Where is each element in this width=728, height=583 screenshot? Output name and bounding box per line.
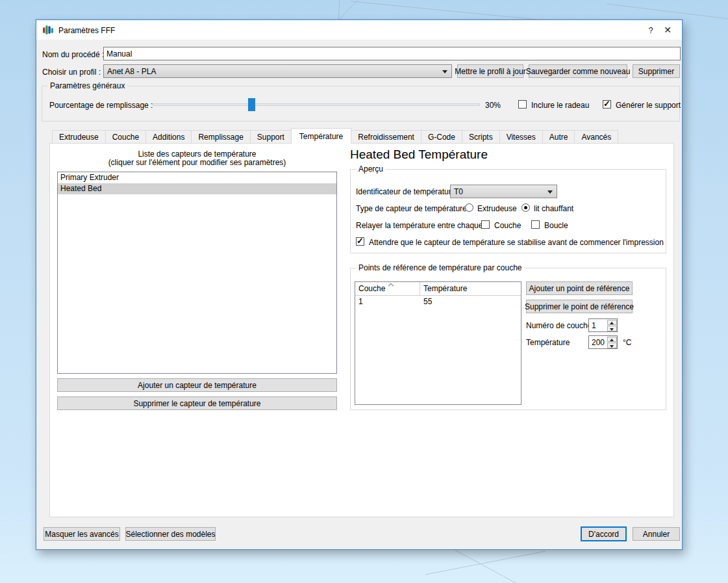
- relay-label: Relayer la température entre chaque :: [356, 221, 487, 230]
- add-setpoint-button[interactable]: Ajouter un point de référence: [526, 281, 633, 295]
- setpoint-table: Couche Température 1 55: [355, 281, 521, 405]
- setpoints-group-title: Points de référence de température par c…: [356, 263, 524, 272]
- sensor-type-label: Type de capteur de température :: [356, 204, 471, 213]
- window-title: Paramètres FFF: [58, 26, 115, 35]
- process-name-input[interactable]: [103, 47, 681, 60]
- temperature-label: Température: [526, 338, 570, 347]
- overview-group: Aperçu Identificateur de température T0 …: [350, 169, 666, 253]
- wait-stabilize-label: Attendre que le capteur de température s…: [369, 238, 664, 247]
- layer-number-spinner[interactable]: 1: [588, 318, 618, 332]
- spin-down-icon[interactable]: [607, 326, 617, 331]
- sort-ascending-icon: [389, 283, 394, 287]
- list-item-heated-bed[interactable]: Heated Bed: [58, 183, 336, 194]
- identifier-combobox[interactable]: T0: [450, 185, 557, 198]
- generate-support-label: Générer le support: [616, 101, 681, 110]
- type-heated-bed-label: lit chauffant: [534, 204, 573, 213]
- ok-button[interactable]: D'accord: [581, 526, 627, 541]
- chevron-down-icon: [547, 190, 553, 194]
- relay-loop-label: Boucle: [544, 221, 568, 230]
- include-raft-label: Inclure le radeau: [531, 101, 589, 110]
- general-settings-group: Paramètres généraux Pourcentage de rempl…: [42, 86, 680, 122]
- profile-combobox[interactable]: Anet A8 - PLA: [103, 64, 452, 78]
- spin-up-icon[interactable]: [607, 337, 617, 343]
- hide-advanced-button[interactable]: Masquer les avancés: [44, 527, 120, 541]
- column-header-layer[interactable]: Couche: [355, 282, 420, 295]
- identifier-label: Identificateur de température: [356, 187, 455, 196]
- tab-refroidissement[interactable]: Refroidissement: [351, 130, 421, 144]
- process-name-label: Nom du procédé :: [42, 50, 104, 59]
- relay-layer-label: Couche: [494, 221, 521, 230]
- type-extruder-label: Extrudeuse: [477, 204, 517, 213]
- tab-additions[interactable]: Additions: [145, 130, 192, 144]
- select-models-button[interactable]: Sélectionner des modèles: [125, 527, 216, 541]
- chevron-down-icon: [442, 70, 447, 73]
- column-header-layer-label: Couche: [358, 284, 385, 293]
- tab-extrudeuse[interactable]: Extrudeuse: [52, 130, 106, 144]
- sensor-list-title: Liste des capteurs de température: [57, 149, 337, 159]
- settings-tabbar: Extrudeuse Couche Additions Remplissage …: [52, 128, 618, 144]
- tab-couche[interactable]: Couche: [105, 130, 146, 144]
- temperature-value: 200: [592, 338, 605, 347]
- spin-up-icon[interactable]: [607, 320, 617, 326]
- temperature-unit: °C: [623, 338, 631, 347]
- delete-profile-button[interactable]: Supprimer: [633, 64, 680, 78]
- temperature-tab-page: Liste des capteurs de température (cliqu…: [49, 143, 674, 517]
- tab-vitesses[interactable]: Vitesses: [499, 130, 543, 144]
- column-header-temperature[interactable]: Température: [420, 282, 521, 295]
- tab-remplissage[interactable]: Remplissage: [191, 130, 250, 144]
- infill-slider-track[interactable]: [153, 103, 480, 106]
- overview-group-title: Aperçu: [356, 164, 386, 174]
- close-icon[interactable]: ✕: [655, 20, 681, 40]
- type-extruder-radio[interactable]: [465, 203, 473, 212]
- layer-number-label: Numéro de couche: [526, 321, 592, 330]
- infill-slider-handle[interactable]: [248, 98, 255, 111]
- column-header-temperature-label: Température: [423, 284, 467, 293]
- table-row[interactable]: 1 55: [355, 296, 521, 307]
- relay-layer-checkbox[interactable]: [481, 220, 490, 229]
- generate-support-checkbox[interactable]: [603, 100, 611, 109]
- type-heated-bed-radio[interactable]: [521, 203, 530, 212]
- tab-temperature[interactable]: Température: [291, 128, 351, 144]
- save-as-new-button[interactable]: Sauvegarder comme nouveau: [529, 64, 627, 78]
- tab-scripts[interactable]: Scripts: [462, 130, 500, 144]
- relay-loop-checkbox[interactable]: [531, 220, 540, 229]
- general-group-title: Paramètres généraux: [47, 81, 127, 90]
- cell-layer: 1: [355, 296, 420, 307]
- sensor-list-subtitle: (cliquer sur l'élément pour modifier ses…: [57, 158, 337, 167]
- cancel-button[interactable]: Annuler: [633, 527, 680, 541]
- panel-title: Heated Bed Température: [350, 148, 488, 162]
- identifier-value: T0: [454, 187, 463, 196]
- temperature-spinner[interactable]: 200: [588, 335, 618, 349]
- remove-setpoint-button[interactable]: Supprimer le point de référence: [526, 300, 633, 313]
- infill-label: Pourcentage de remplissage :: [49, 101, 153, 110]
- include-raft-checkbox[interactable]: [518, 100, 527, 109]
- app-logo-icon: [42, 24, 54, 36]
- layer-number-value: 1: [592, 321, 596, 330]
- cell-temperature: 55: [420, 296, 432, 307]
- fff-settings-dialog: Paramètres FFF ? ✕ Nom du procédé : Choi…: [36, 19, 683, 550]
- add-sensor-button[interactable]: Ajouter un capteur de température: [57, 378, 337, 392]
- infill-percent-value: 30%: [485, 101, 501, 110]
- tab-avances[interactable]: Avancés: [574, 130, 618, 144]
- spin-down-icon[interactable]: [607, 343, 617, 348]
- remove-sensor-button[interactable]: Supprimer le capteur de température: [57, 396, 337, 410]
- update-profile-button[interactable]: Mettre le profil à jour: [457, 64, 523, 78]
- profile-label: Choisir un profil :: [42, 68, 101, 77]
- profile-value: Anet A8 - PLA: [107, 67, 156, 76]
- tab-autre[interactable]: Autre: [542, 130, 575, 144]
- title-bar[interactable]: Paramètres FFF ? ✕: [36, 20, 682, 40]
- wait-stabilize-checkbox[interactable]: [356, 237, 364, 246]
- sensor-listbox: Primary Extruder Heated Bed: [57, 172, 337, 374]
- tab-gcode[interactable]: G-Code: [421, 130, 462, 144]
- setpoint-table-header: Couche Température: [355, 282, 521, 296]
- setpoints-group: Points de référence de température par c…: [350, 268, 666, 410]
- list-item-primary-extruder[interactable]: Primary Extruder: [58, 172, 336, 183]
- tab-support[interactable]: Support: [250, 130, 292, 144]
